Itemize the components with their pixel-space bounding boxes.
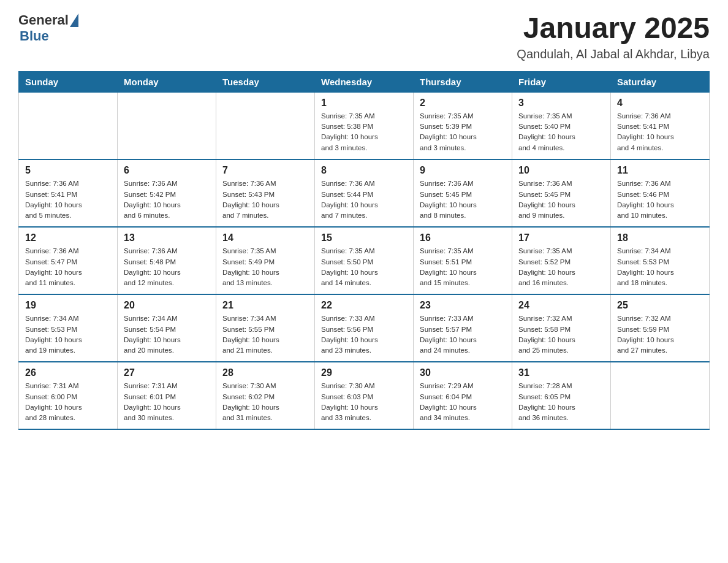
day-info: Sunrise: 7:36 AM Sunset: 5:43 PM Dayligh… <box>222 178 308 221</box>
day-info: Sunrise: 7:36 AM Sunset: 5:41 PM Dayligh… <box>25 178 111 221</box>
calendar-cell: 13Sunrise: 7:36 AM Sunset: 5:48 PM Dayli… <box>118 227 216 294</box>
day-info: Sunrise: 7:35 AM Sunset: 5:38 PM Dayligh… <box>321 111 407 153</box>
calendar-header-monday: Monday <box>118 71 216 92</box>
calendar-cell: 7Sunrise: 7:36 AM Sunset: 5:43 PM Daylig… <box>216 159 315 227</box>
day-number: 21 <box>222 300 308 311</box>
day-info: Sunrise: 7:33 AM Sunset: 5:56 PM Dayligh… <box>321 313 407 356</box>
day-number: 28 <box>222 367 308 378</box>
day-number: 27 <box>124 367 210 378</box>
day-info: Sunrise: 7:34 AM Sunset: 5:54 PM Dayligh… <box>124 313 210 356</box>
day-info: Sunrise: 7:31 AM Sunset: 6:00 PM Dayligh… <box>25 381 111 423</box>
day-info: Sunrise: 7:35 AM Sunset: 5:40 PM Dayligh… <box>518 111 604 153</box>
day-info: Sunrise: 7:36 AM Sunset: 5:41 PM Dayligh… <box>617 111 703 153</box>
location-title: Qandulah, Al Jabal al Akhdar, Libya <box>517 47 710 61</box>
calendar-cell: 31Sunrise: 7:28 AM Sunset: 6:05 PM Dayli… <box>512 362 611 429</box>
page-header: General Blue January 2025 Qandulah, Al J… <box>18 12 710 61</box>
calendar-cell: 1Sunrise: 7:35 AM Sunset: 5:38 PM Daylig… <box>315 92 414 159</box>
logo-general-text: General <box>18 12 69 28</box>
day-number: 16 <box>420 232 506 243</box>
day-number: 2 <box>420 98 506 109</box>
calendar-cell: 30Sunrise: 7:29 AM Sunset: 6:04 PM Dayli… <box>414 362 512 429</box>
calendar-cell: 20Sunrise: 7:34 AM Sunset: 5:54 PM Dayli… <box>118 294 216 362</box>
day-number: 3 <box>518 98 604 109</box>
calendar-header-row: SundayMondayTuesdayWednesdayThursdayFrid… <box>19 71 710 92</box>
calendar-cell: 14Sunrise: 7:35 AM Sunset: 5:49 PM Dayli… <box>216 227 315 294</box>
calendar-cell: 10Sunrise: 7:36 AM Sunset: 5:45 PM Dayli… <box>512 159 611 227</box>
logo: General Blue <box>18 12 78 44</box>
calendar-cell: 22Sunrise: 7:33 AM Sunset: 5:56 PM Dayli… <box>315 294 414 362</box>
day-info: Sunrise: 7:35 AM Sunset: 5:51 PM Dayligh… <box>420 246 506 288</box>
day-info: Sunrise: 7:29 AM Sunset: 6:04 PM Dayligh… <box>420 381 506 423</box>
day-number: 23 <box>420 300 506 311</box>
day-info: Sunrise: 7:32 AM Sunset: 5:59 PM Dayligh… <box>617 313 703 356</box>
calendar-cell: 15Sunrise: 7:35 AM Sunset: 5:50 PM Dayli… <box>315 227 414 294</box>
calendar-header-tuesday: Tuesday <box>216 71 315 92</box>
calendar-cell: 5Sunrise: 7:36 AM Sunset: 5:41 PM Daylig… <box>19 159 118 227</box>
calendar-cell: 4Sunrise: 7:36 AM Sunset: 5:41 PM Daylig… <box>611 92 710 159</box>
calendar-cell <box>611 362 710 429</box>
calendar-cell: 12Sunrise: 7:36 AM Sunset: 5:47 PM Dayli… <box>19 227 118 294</box>
calendar-cell: 24Sunrise: 7:32 AM Sunset: 5:58 PM Dayli… <box>512 294 611 362</box>
day-number: 19 <box>25 300 111 311</box>
day-info: Sunrise: 7:30 AM Sunset: 6:02 PM Dayligh… <box>222 381 308 423</box>
calendar-cell: 16Sunrise: 7:35 AM Sunset: 5:51 PM Dayli… <box>414 227 512 294</box>
calendar-cell: 3Sunrise: 7:35 AM Sunset: 5:40 PM Daylig… <box>512 92 611 159</box>
day-number: 24 <box>518 300 604 311</box>
calendar-cell: 18Sunrise: 7:34 AM Sunset: 5:53 PM Dayli… <box>611 227 710 294</box>
day-info: Sunrise: 7:35 AM Sunset: 5:52 PM Dayligh… <box>518 246 604 288</box>
day-number: 15 <box>321 232 407 243</box>
day-info: Sunrise: 7:35 AM Sunset: 5:49 PM Dayligh… <box>222 246 308 288</box>
calendar-week-row: 12Sunrise: 7:36 AM Sunset: 5:47 PM Dayli… <box>19 227 710 294</box>
day-info: Sunrise: 7:35 AM Sunset: 5:50 PM Dayligh… <box>321 246 407 288</box>
day-info: Sunrise: 7:34 AM Sunset: 5:53 PM Dayligh… <box>25 313 111 356</box>
day-info: Sunrise: 7:36 AM Sunset: 5:47 PM Dayligh… <box>25 246 111 288</box>
day-number: 13 <box>124 232 210 243</box>
calendar-cell <box>118 92 216 159</box>
day-number: 7 <box>222 165 308 176</box>
day-number: 10 <box>518 165 604 176</box>
day-info: Sunrise: 7:36 AM Sunset: 5:45 PM Dayligh… <box>518 178 604 221</box>
day-number: 8 <box>321 165 407 176</box>
calendar-cell: 6Sunrise: 7:36 AM Sunset: 5:42 PM Daylig… <box>118 159 216 227</box>
day-info: Sunrise: 7:33 AM Sunset: 5:57 PM Dayligh… <box>420 313 506 356</box>
day-info: Sunrise: 7:31 AM Sunset: 6:01 PM Dayligh… <box>124 381 210 423</box>
day-number: 4 <box>617 98 703 109</box>
day-info: Sunrise: 7:35 AM Sunset: 5:39 PM Dayligh… <box>420 111 506 153</box>
calendar-cell: 2Sunrise: 7:35 AM Sunset: 5:39 PM Daylig… <box>414 92 512 159</box>
calendar-cell: 21Sunrise: 7:34 AM Sunset: 5:55 PM Dayli… <box>216 294 315 362</box>
logo-blue-text: Blue <box>20 28 49 44</box>
day-info: Sunrise: 7:30 AM Sunset: 6:03 PM Dayligh… <box>321 381 407 423</box>
calendar-header-friday: Friday <box>512 71 611 92</box>
calendar-cell <box>216 92 315 159</box>
logo-triangle-icon <box>70 13 78 27</box>
day-number: 14 <box>222 232 308 243</box>
day-number: 31 <box>518 367 604 378</box>
calendar-header-saturday: Saturday <box>611 71 710 92</box>
calendar-cell: 23Sunrise: 7:33 AM Sunset: 5:57 PM Dayli… <box>414 294 512 362</box>
day-number: 11 <box>617 165 703 176</box>
day-info: Sunrise: 7:36 AM Sunset: 5:45 PM Dayligh… <box>420 178 506 221</box>
day-info: Sunrise: 7:36 AM Sunset: 5:48 PM Dayligh… <box>124 246 210 288</box>
day-number: 20 <box>124 300 210 311</box>
calendar-cell: 27Sunrise: 7:31 AM Sunset: 6:01 PM Dayli… <box>118 362 216 429</box>
day-info: Sunrise: 7:28 AM Sunset: 6:05 PM Dayligh… <box>518 381 604 423</box>
day-info: Sunrise: 7:34 AM Sunset: 5:53 PM Dayligh… <box>617 246 703 288</box>
day-number: 30 <box>420 367 506 378</box>
day-number: 18 <box>617 232 703 243</box>
calendar-cell: 17Sunrise: 7:35 AM Sunset: 5:52 PM Dayli… <box>512 227 611 294</box>
day-info: Sunrise: 7:32 AM Sunset: 5:58 PM Dayligh… <box>518 313 604 356</box>
calendar-cell: 28Sunrise: 7:30 AM Sunset: 6:02 PM Dayli… <box>216 362 315 429</box>
calendar-cell: 26Sunrise: 7:31 AM Sunset: 6:00 PM Dayli… <box>19 362 118 429</box>
calendar-week-row: 5Sunrise: 7:36 AM Sunset: 5:41 PM Daylig… <box>19 159 710 227</box>
calendar-cell: 19Sunrise: 7:34 AM Sunset: 5:53 PM Dayli… <box>19 294 118 362</box>
day-info: Sunrise: 7:36 AM Sunset: 5:42 PM Dayligh… <box>124 178 210 221</box>
calendar-week-row: 26Sunrise: 7:31 AM Sunset: 6:00 PM Dayli… <box>19 362 710 429</box>
calendar-week-row: 1Sunrise: 7:35 AM Sunset: 5:38 PM Daylig… <box>19 92 710 159</box>
calendar-cell: 11Sunrise: 7:36 AM Sunset: 5:46 PM Dayli… <box>611 159 710 227</box>
day-number: 6 <box>124 165 210 176</box>
calendar-header-thursday: Thursday <box>414 71 512 92</box>
day-number: 22 <box>321 300 407 311</box>
day-number: 9 <box>420 165 506 176</box>
calendar-cell: 9Sunrise: 7:36 AM Sunset: 5:45 PM Daylig… <box>414 159 512 227</box>
month-title: January 2025 <box>517 12 710 45</box>
